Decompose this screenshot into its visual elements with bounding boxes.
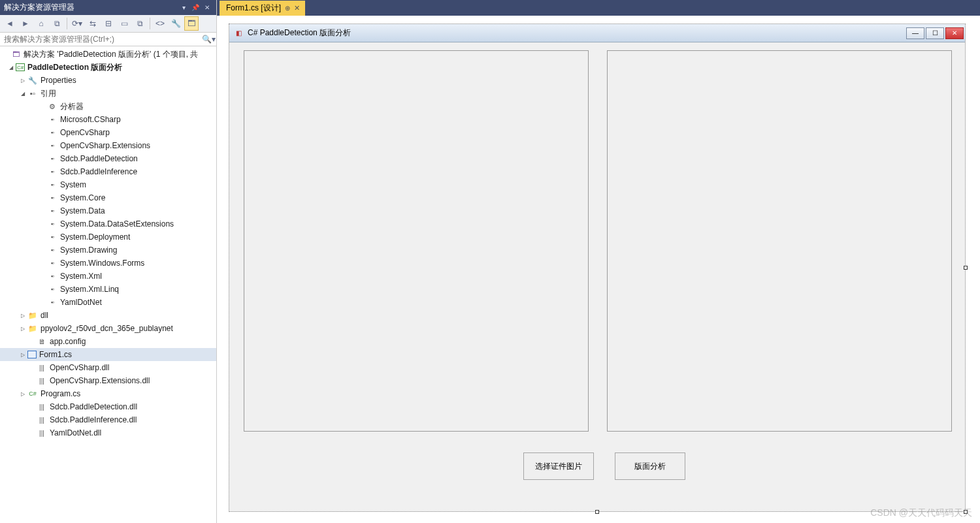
resize-handle-bottom[interactable] bbox=[595, 510, 599, 514]
tree-file[interactable]: |||YamlDotNet.dll bbox=[0, 426, 216, 439]
switch-views-icon[interactable]: ⧉ bbox=[50, 16, 64, 31]
resize-handle-right[interactable] bbox=[964, 266, 968, 270]
picturebox-right[interactable] bbox=[607, 50, 952, 432]
panel-close-icon[interactable]: ✕ bbox=[202, 3, 212, 13]
solution-explorer-toolbar: ◄ ► ⌂ ⧉ ⟳▾ ⇆ ⊟ ▭ ⧉ <> 🔧 🗔 bbox=[0, 15, 216, 33]
assembly-icon: ▪▫ bbox=[47, 271, 57, 281]
tree-file[interactable]: |||OpenCvSharp.Extensions.dll bbox=[0, 374, 216, 387]
tree-reference[interactable]: ▪▫System.Xml.Linq bbox=[0, 283, 216, 296]
tab-strip: Form1.cs [设计] ⊕ ✕ bbox=[217, 0, 980, 16]
assembly-icon: ▪▫ bbox=[47, 245, 57, 255]
app-icon: ◧ bbox=[233, 28, 244, 39]
tree-label: System.Xml bbox=[60, 272, 102, 281]
maximize-button[interactable]: ☐ bbox=[926, 27, 944, 39]
tree-reference[interactable]: ▪▫System.Data.DataSetExtensions bbox=[0, 217, 216, 230]
panel-title: 解决方案资源管理器 bbox=[4, 2, 74, 13]
tree-label: System.Windows.Forms bbox=[60, 259, 144, 268]
search-icon[interactable]: 🔍▾ bbox=[201, 33, 216, 46]
assembly-icon: ▪▫ bbox=[47, 193, 57, 203]
dll-icon: ||| bbox=[37, 375, 47, 386]
tree-appconfig[interactable]: 🗎 app.config bbox=[0, 335, 216, 348]
tree-label: YamlDotNet bbox=[60, 298, 102, 307]
show-all-icon[interactable]: ▭ bbox=[117, 16, 131, 31]
refresh-icon[interactable]: ⟳▾ bbox=[70, 16, 84, 31]
search-row: 🔍▾ bbox=[0, 33, 216, 46]
tree-reference[interactable]: ▪▫YamlDotNet bbox=[0, 296, 216, 309]
tree-folder-dll[interactable]: 📁 dll bbox=[0, 309, 216, 322]
home-icon[interactable]: ⌂ bbox=[34, 16, 48, 31]
panel-pin-icon[interactable]: 📌 bbox=[190, 3, 201, 13]
search-input[interactable] bbox=[0, 33, 201, 46]
tree-reference[interactable]: ▪▫System.Xml bbox=[0, 270, 216, 283]
minimize-button[interactable]: — bbox=[906, 27, 924, 39]
tree-reference[interactable]: ▪▫System.Data bbox=[0, 204, 216, 217]
form-title-text: C# PaddleDetection 版面分析 bbox=[248, 27, 351, 39]
folder-icon: 📁 bbox=[27, 323, 38, 334]
tree-label: Sdcb.PaddleInference bbox=[60, 167, 137, 176]
form-body: 选择证件图片 版面分析 bbox=[229, 42, 965, 511]
assembly-icon: ▪▫ bbox=[47, 258, 57, 268]
sync-icon[interactable]: ⇆ bbox=[86, 16, 100, 31]
tree-reference[interactable]: ▪▫Sdcb.PaddleInference bbox=[0, 165, 216, 178]
copy-icon[interactable]: ⧉ bbox=[133, 16, 147, 31]
designer-form[interactable]: ◧ C# PaddleDetection 版面分析 — ☐ ✕ 选择证件图片 版… bbox=[229, 24, 966, 512]
tree-label: OpenCvSharp bbox=[60, 128, 110, 137]
designer-canvas[interactable]: ◧ C# PaddleDetection 版面分析 — ☐ ✕ 选择证件图片 版… bbox=[217, 16, 980, 523]
tree-reference[interactable]: ▪▫OpenCvSharp bbox=[0, 126, 216, 139]
tree-label: app.config bbox=[50, 337, 86, 346]
tree-label: Sdcb.PaddleInference.dll bbox=[50, 415, 137, 424]
close-button[interactable]: ✕ bbox=[945, 27, 964, 39]
tree-analyzers[interactable]: ⚙ 分析器 bbox=[0, 100, 216, 113]
project-icon: C# bbox=[16, 63, 25, 71]
tab-close-icon[interactable]: ✕ bbox=[294, 4, 300, 12]
tree-label: 解决方案 'PaddleDetection 版面分析' (1 个项目, 共 bbox=[24, 49, 198, 60]
tree-label: System bbox=[60, 180, 86, 189]
tree-label: System.Xml.Linq bbox=[60, 285, 119, 294]
assembly-icon: ▪▫ bbox=[47, 232, 57, 242]
tree-file[interactable]: |||OpenCvSharp.dll bbox=[0, 361, 216, 374]
tree-label: YamlDotNet.dll bbox=[50, 428, 101, 437]
picturebox-left[interactable] bbox=[244, 50, 589, 432]
assembly-icon: ▪▫ bbox=[47, 297, 57, 308]
tree-label: System.Drawing bbox=[60, 246, 117, 255]
tree-reference[interactable]: ▪▫Microsoft.CSharp bbox=[0, 113, 216, 126]
tree-solution[interactable]: 🗔 解决方案 'PaddleDetection 版面分析' (1 个项目, 共 bbox=[0, 48, 216, 61]
tree-label: System.Data.DataSetExtensions bbox=[60, 219, 174, 229]
button-label: 版面分析 bbox=[634, 461, 666, 472]
tree-project[interactable]: C# PaddleDetection 版面分析 bbox=[0, 61, 216, 74]
tree-reference[interactable]: ▪▫System.Deployment bbox=[0, 230, 216, 244]
tree-properties[interactable]: 🔧 Properties bbox=[0, 74, 216, 87]
tab-form1-design[interactable]: Form1.cs [设计] ⊕ ✕ bbox=[220, 1, 305, 16]
nav-forward-icon[interactable]: ► bbox=[18, 16, 33, 31]
tree-reference[interactable]: ▪▫System bbox=[0, 178, 216, 191]
preview-icon[interactable]: 🗔 bbox=[184, 16, 199, 31]
resize-handle-corner[interactable] bbox=[964, 510, 968, 514]
tree-program[interactable]: C# Program.cs bbox=[0, 387, 216, 400]
tree-form1[interactable]: Form1.cs bbox=[0, 348, 216, 361]
analyze-button[interactable]: 版面分析 bbox=[615, 452, 685, 480]
properties-icon[interactable]: 🔧 bbox=[169, 16, 183, 31]
folder-icon: 📁 bbox=[27, 310, 38, 321]
editor-area: Form1.cs [设计] ⊕ ✕ ◧ C# PaddleDetection 版… bbox=[217, 0, 980, 523]
tree-file[interactable]: |||Sdcb.PaddleDetection.dll bbox=[0, 400, 216, 413]
assembly-icon: ▪▫ bbox=[47, 206, 57, 216]
select-image-button[interactable]: 选择证件图片 bbox=[523, 452, 594, 480]
csharp-icon: C# bbox=[27, 388, 38, 399]
tree-file[interactable]: |||Sdcb.PaddleInference.dll bbox=[0, 413, 216, 426]
panel-dropdown-icon[interactable]: ▾ bbox=[178, 3, 189, 13]
tree-reference[interactable]: ▪▫OpenCvSharp.Extensions bbox=[0, 139, 216, 152]
assembly-icon: ▪▫ bbox=[47, 140, 57, 151]
tab-pin-icon[interactable]: ⊕ bbox=[285, 5, 290, 12]
tree-reference[interactable]: ▪▫System.Core bbox=[0, 191, 216, 204]
collapse-all-icon[interactable]: ⊟ bbox=[101, 16, 116, 31]
tree-reference[interactable]: ▪▫Sdcb.PaddleDetection bbox=[0, 152, 216, 165]
tree-label: PaddleDetection 版面分析 bbox=[27, 62, 122, 73]
tree-references[interactable]: ▪▫ 引用 bbox=[0, 87, 216, 100]
tree-reference[interactable]: ▪▫System.Windows.Forms bbox=[0, 257, 216, 270]
form-titlebar: ◧ C# PaddleDetection 版面分析 — ☐ ✕ bbox=[229, 24, 965, 42]
tree-folder-model[interactable]: 📁 ppyolov2_r50vd_dcn_365e_publaynet bbox=[0, 322, 216, 335]
tree-reference[interactable]: ▪▫System.Drawing bbox=[0, 244, 216, 257]
nav-back-icon[interactable]: ◄ bbox=[3, 16, 17, 31]
tree-label: 引用 bbox=[41, 88, 56, 99]
view-code-icon[interactable]: <> bbox=[153, 16, 167, 31]
